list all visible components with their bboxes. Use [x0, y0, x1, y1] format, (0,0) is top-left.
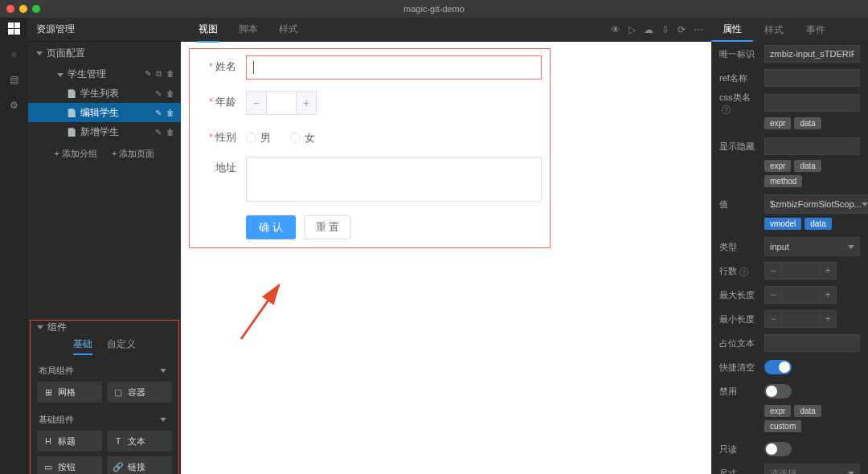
right-panel: 属性 样式 事件 唯一标识 ref名称 css类名? exprdata 显示隐藏… — [711, 18, 868, 474]
maximize-window-icon[interactable] — [32, 5, 40, 13]
label-gender: 性别 — [198, 126, 246, 145]
ref-input[interactable] — [764, 69, 860, 87]
form-container[interactable]: 姓名 年龄 − + — [189, 48, 551, 248]
comp-text-item[interactable]: T文本 — [107, 431, 172, 452]
size-select[interactable]: 请选择 — [764, 464, 860, 474]
rail-link-icon[interactable]: ⟐ — [7, 47, 22, 61]
confirm-button[interactable]: 确 认 — [246, 215, 296, 239]
svg-line-0 — [241, 285, 279, 339]
toolbar-more-icon[interactable]: ⋯ — [694, 24, 703, 35]
tree-group-students[interactable]: 学生管理 ✎⧉🗑 — [28, 64, 181, 84]
right-tab-style[interactable]: 样式 — [753, 18, 795, 42]
uid-input[interactable] — [764, 45, 860, 63]
toolbar-cloud-icon[interactable]: ☁ — [644, 24, 653, 35]
tree-item-edit[interactable]: 📄编辑学生 ✎🗑 — [28, 103, 181, 122]
delete-icon[interactable]: 🗑 — [166, 69, 174, 79]
chevron-down-icon[interactable] — [160, 369, 166, 373]
comp-tab-basic[interactable]: 基础 — [73, 337, 92, 355]
age-stepper[interactable]: − + — [246, 91, 317, 115]
value-select[interactable]: $zmbizFormSlotScop... — [764, 194, 868, 214]
comp-container-item[interactable]: ▢容器 — [107, 382, 172, 402]
tree-item-list[interactable]: 📄学生列表 ✎🗑 — [28, 84, 181, 103]
toolbar-eye-icon[interactable]: 👁 — [611, 24, 620, 35]
add-page-button[interactable]: 添加页面 — [112, 148, 154, 160]
label-name: 姓名 — [198, 55, 246, 74]
link-icon: 🔗 — [113, 462, 123, 472]
comp-button-item[interactable]: ▭按钮 — [37, 456, 102, 474]
plus-button[interactable]: + — [819, 310, 837, 328]
comp-tab-custom[interactable]: 自定义 — [107, 337, 136, 355]
delete-icon[interactable]: 🗑 — [166, 108, 174, 117]
type-select[interactable]: input — [764, 237, 860, 256]
rail-apps-icon[interactable] — [7, 21, 22, 35]
edit-icon[interactable]: ✎ — [145, 69, 151, 79]
maxlen-stepper[interactable]: −+ — [764, 286, 837, 304]
name-input[interactable] — [246, 55, 542, 80]
tree-root[interactable]: 页面配置 — [28, 42, 181, 64]
canvas[interactable]: 姓名 年龄 − + — [181, 42, 711, 474]
comp-link-item[interactable]: 🔗链接 — [107, 456, 172, 474]
label-address: 地址 — [198, 157, 246, 175]
css-class-tags: exprdata — [756, 116, 868, 134]
plus-button[interactable]: + — [297, 92, 316, 114]
plus-button[interactable]: + — [819, 286, 837, 304]
edit-icon[interactable]: ✎ — [155, 89, 162, 98]
value-tags: vmodeldata — [756, 216, 868, 235]
radio-female[interactable]: 女 — [290, 131, 315, 145]
components-panel: 组件 基础 自定义 布局组件 ⊞网格 ▢容器 基础组件 H标题 T文本 ▭按钮 … — [30, 320, 179, 474]
copy-icon[interactable]: ⧉ — [156, 69, 162, 79]
delete-icon[interactable]: 🗑 — [166, 89, 174, 98]
help-icon[interactable]: ? — [739, 268, 748, 276]
toolbar-download-icon[interactable]: ⇩ — [661, 24, 669, 35]
clearable-switch[interactable] — [764, 360, 792, 374]
minus-button[interactable]: − — [764, 262, 782, 280]
edit-icon[interactable]: ✎ — [155, 108, 162, 117]
disabled-switch[interactable] — [764, 384, 792, 398]
grid-icon: ⊞ — [43, 387, 53, 398]
radio-male[interactable]: 男 — [246, 131, 271, 145]
heading-icon: H — [43, 436, 53, 446]
toolbar-refresh-icon[interactable]: ⟳ — [678, 24, 686, 35]
page-tree: 页面配置 学生管理 ✎⧉🗑 📄学生列表 ✎🗑 📄编辑学生 ✎🗑 📄新增学生 ✎🗑… — [28, 42, 181, 166]
rows-stepper[interactable]: −+ — [764, 262, 837, 280]
rail-db-icon[interactable]: ▤ — [7, 72, 22, 87]
tree-item-add[interactable]: 📄新增学生 ✎🗑 — [28, 122, 181, 141]
minlen-stepper[interactable]: −+ — [764, 310, 837, 328]
edit-icon[interactable]: ✎ — [155, 128, 162, 137]
readonly-switch[interactable] — [764, 442, 792, 456]
show-input[interactable] — [764, 137, 860, 155]
minus-button[interactable]: − — [247, 92, 266, 114]
css-class-input[interactable] — [764, 94, 860, 112]
title-bar: magic-git-demo — [0, 0, 868, 18]
center-area: 视图 脚本 样式 👁 ▷ ☁ ⇩ ⟳ ⋯ 姓名 — [181, 18, 711, 474]
left-panel: 资源管理 页面配置 学生管理 ✎⧉🗑 📄学生列表 ✎🗑 📄编辑学生 ✎🗑 📄新增… — [28, 18, 181, 474]
reset-button[interactable]: 重 置 — [304, 215, 352, 239]
toolbar-play-icon[interactable]: ▷ — [628, 24, 636, 35]
show-tags: exprdatamethod — [756, 158, 868, 192]
address-textarea[interactable] — [246, 157, 542, 202]
add-group-button[interactable]: 添加分组 — [55, 148, 97, 160]
minus-button[interactable]: − — [764, 310, 782, 328]
container-icon: ▢ — [113, 387, 123, 398]
chevron-down-icon[interactable] — [160, 418, 166, 422]
minimize-window-icon[interactable] — [19, 5, 27, 13]
comp-title-item[interactable]: H标题 — [37, 431, 102, 452]
text-icon: T — [113, 436, 123, 446]
center-tab-view[interactable]: 视图 — [197, 18, 219, 43]
placeholder-input[interactable] — [764, 334, 860, 352]
close-window-icon[interactable] — [6, 5, 14, 13]
help-icon[interactable]: ? — [722, 105, 731, 114]
right-tab-event[interactable]: 事件 — [795, 18, 837, 42]
center-tab-script[interactable]: 脚本 — [237, 18, 260, 43]
minus-button[interactable]: − — [764, 286, 782, 304]
right-tab-attr[interactable]: 属性 — [711, 18, 753, 42]
center-toolbar: 视图 脚本 样式 👁 ▷ ☁ ⇩ ⟳ ⋯ — [181, 18, 711, 42]
delete-icon[interactable]: 🗑 — [166, 128, 174, 137]
disabled-tags: exprdatacustom — [756, 403, 868, 437]
plus-button[interactable]: + — [819, 262, 837, 280]
rail-settings-icon[interactable]: ⚙ — [7, 98, 22, 112]
comp-grid-item[interactable]: ⊞网格 — [37, 382, 102, 402]
activity-bar: ⟐ ▤ ⚙ — [0, 18, 28, 474]
center-tab-style[interactable]: 样式 — [277, 18, 300, 43]
label-age: 年龄 — [198, 91, 246, 109]
